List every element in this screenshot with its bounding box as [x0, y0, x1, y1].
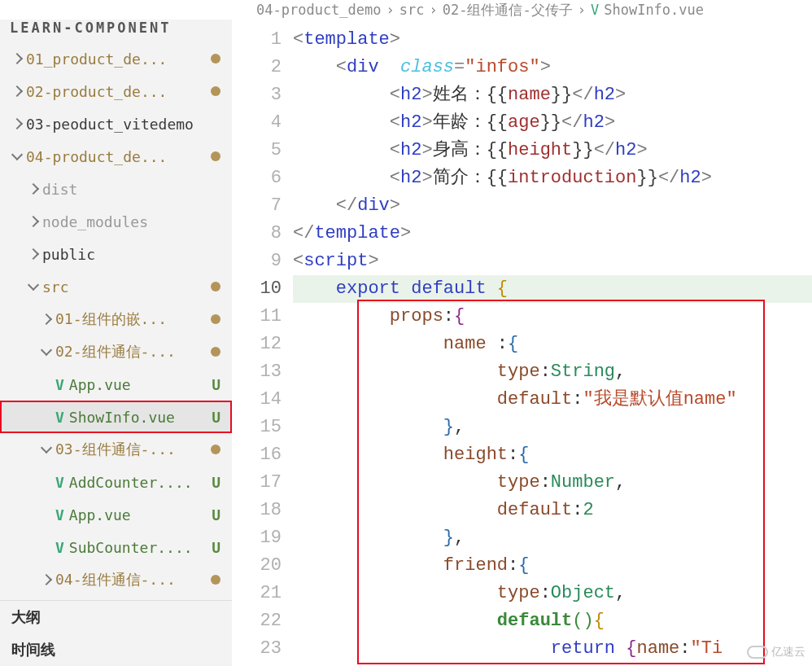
sidebar-bottom-panels: 大纲 时间线	[0, 600, 232, 666]
code-line[interactable]: type:String,	[293, 358, 812, 386]
vue-icon: V	[55, 539, 64, 556]
chevron-right-icon[interactable]	[28, 183, 39, 195]
line-number: 11	[232, 303, 282, 331]
code-line[interactable]: </div>	[293, 192, 812, 220]
vue-icon: V	[55, 506, 64, 524]
line-number: 13	[232, 358, 282, 386]
line-number: 5	[232, 137, 282, 164]
chevron-down-icon[interactable]	[28, 279, 39, 291]
tree-item[interactable]: VAddCounter....U	[0, 466, 232, 498]
code-line[interactable]: </template>	[293, 220, 812, 248]
chevron-down-icon[interactable]	[41, 442, 52, 453]
code-line[interactable]: },	[293, 524, 812, 552]
chevron-down-icon[interactable]	[11, 149, 23, 160]
status-dot-modified	[211, 575, 220, 585]
line-number: 17	[232, 469, 282, 497]
chevron-down-icon[interactable]	[41, 344, 52, 356]
chevron-right-icon[interactable]	[28, 248, 39, 260]
breadcrumb-part[interactable]: src	[399, 2, 425, 18]
line-number: 19	[232, 524, 282, 552]
status-dot-modified	[211, 314, 220, 324]
panel-timeline[interactable]: 时间线	[0, 633, 232, 666]
tree-item[interactable]: 03-组件通信-...	[0, 433, 232, 466]
code-line[interactable]: height:{	[293, 441, 812, 469]
tree-item[interactable]: 01-组件的嵌...	[0, 303, 232, 335]
editor[interactable]: 1234567891011121314151617181920212223 <t…	[232, 20, 812, 666]
tree-item-label: SubCounter....	[69, 539, 212, 556]
tree-item-label: 04-product_de...	[26, 148, 211, 165]
vue-icon: V	[55, 376, 64, 393]
tree-item[interactable]: node_modules	[0, 205, 232, 238]
tree-item[interactable]: 04-组件通信-...	[0, 563, 232, 596]
status-untracked: U	[212, 506, 220, 524]
line-number: 9	[232, 248, 282, 275]
breadcrumb-sep: ›	[386, 2, 395, 18]
breadcrumb-part[interactable]: 02-组件通信-父传子	[443, 1, 573, 20]
breadcrumb-part[interactable]: ShowInfo.vue	[604, 2, 704, 18]
tree-item[interactable]: 03-peoduct_vitedemo	[0, 107, 232, 140]
status-dot-modified	[211, 151, 220, 161]
code-line[interactable]: <script>	[293, 248, 812, 275]
line-number: 23	[232, 635, 282, 663]
code-line[interactable]: <template>	[293, 26, 812, 54]
code-line[interactable]: friend:{	[293, 552, 812, 580]
tree-item[interactable]: VApp.vueU	[0, 368, 232, 401]
code-line[interactable]: props:{	[293, 303, 812, 331]
main: LEARN-COMPONENT 01_product_de...02-produ…	[0, 20, 812, 666]
code-line[interactable]: default:"我是默认值name"	[293, 386, 812, 414]
line-number: 18	[232, 497, 282, 524]
tree-item[interactable]: 02-组件通信-...	[0, 335, 232, 368]
line-number: 4	[232, 109, 282, 137]
code-line[interactable]: return {name:"Ti	[293, 635, 812, 663]
code-line[interactable]: export default {	[293, 275, 812, 303]
tree-item[interactable]: src	[0, 270, 232, 303]
chevron-right-icon[interactable]	[11, 53, 23, 64]
tree-item[interactable]: 04-product_de...	[0, 140, 232, 173]
tree-item[interactable]: VShowInfo.vueU	[0, 401, 232, 433]
code-line[interactable]: type:Number,	[293, 469, 812, 497]
line-number: 16	[232, 441, 282, 469]
code-line[interactable]: type:Object,	[293, 580, 812, 607]
code-line[interactable]: <h2>身高：{{height}}</h2>	[293, 137, 812, 164]
tree-item-label: node_modules	[42, 213, 220, 230]
tree-item[interactable]: 05-组件插槽-...	[0, 596, 232, 600]
status-untracked: U	[212, 474, 220, 491]
tree-item[interactable]: 01_product_de...	[0, 42, 232, 75]
code-line[interactable]: <div class="infos">	[293, 54, 812, 81]
status-dot-modified	[211, 54, 220, 64]
breadcrumb[interactable]: 04-product_demo › src › 02-组件通信-父传子 › V …	[0, 0, 812, 20]
chevron-right-icon[interactable]	[41, 313, 52, 325]
vue-icon: V	[55, 474, 64, 491]
tree-item-label: public	[42, 246, 220, 263]
chevron-right-icon[interactable]	[28, 216, 39, 227]
code-line[interactable]: default:2	[293, 497, 812, 524]
tree-item-label: App.vue	[69, 376, 212, 393]
tree-item[interactable]: public	[0, 238, 232, 270]
tree-item[interactable]: VApp.vueU	[0, 498, 232, 531]
code-line[interactable]: name :{	[293, 331, 812, 358]
chevron-right-icon[interactable]	[11, 118, 23, 129]
panel-outline[interactable]: 大纲	[0, 601, 232, 633]
chevron-right-icon[interactable]	[41, 574, 52, 585]
watermark-text: 亿速云	[771, 645, 805, 659]
tree-item[interactable]: 02-product_de...	[0, 75, 232, 107]
chevron-right-icon[interactable]	[11, 85, 23, 97]
code-line[interactable]: default(){	[293, 607, 812, 635]
code-line[interactable]: },	[293, 414, 812, 441]
explorer-title[interactable]: LEARN-COMPONENT	[0, 20, 232, 42]
line-number: 14	[232, 386, 282, 414]
tree-item-label: 02-组件通信-...	[55, 342, 211, 361]
code-line[interactable]: <h2>简介：{{introduction}}</h2>	[293, 164, 812, 192]
line-number: 10	[232, 275, 282, 303]
code-line[interactable]: <h2>年龄：{{age}}</h2>	[293, 109, 812, 137]
tree-item[interactable]: dist	[0, 173, 232, 205]
tree-item-label: 02-product_de...	[26, 83, 211, 100]
line-number: 12	[232, 331, 282, 358]
code-line[interactable]: <h2>姓名：{{name}}</h2>	[293, 81, 812, 109]
status-dot-modified	[211, 445, 220, 454]
breadcrumb-part[interactable]: 04-product_demo	[256, 2, 382, 18]
line-number: 21	[232, 580, 282, 607]
tree-item-label: 01_product_de...	[26, 50, 211, 68]
tree-item[interactable]: VSubCounter....U	[0, 531, 232, 563]
code-area[interactable]: <template> <div class="infos"> <h2>姓名：{{…	[293, 20, 812, 666]
